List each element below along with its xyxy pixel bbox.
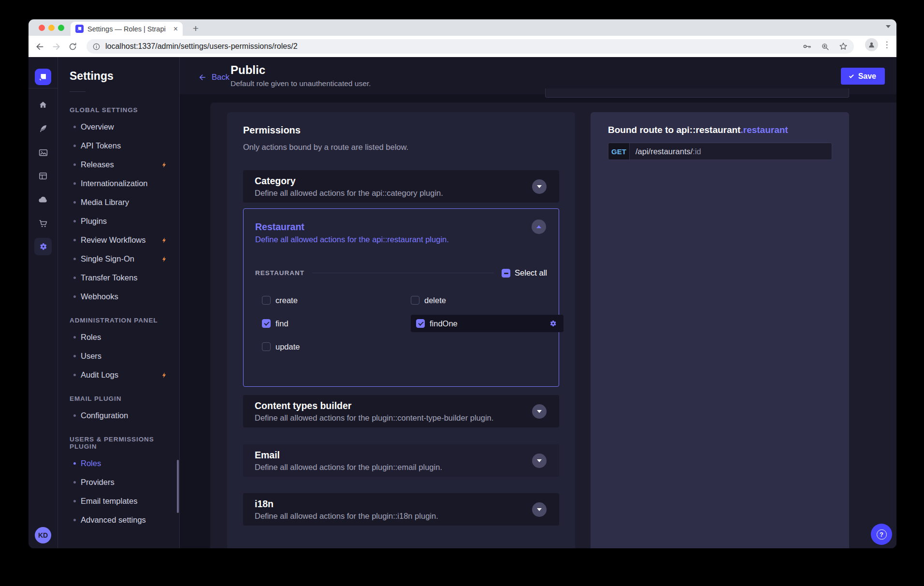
traffic-close-button[interactable]	[39, 25, 45, 31]
sidebar-item-transfer-tokens[interactable]: Transfer Tokens	[58, 268, 179, 287]
permissions-panel: Permissions Only actions bound by a rout…	[227, 112, 575, 548]
action-delete[interactable]: delete	[411, 296, 446, 305]
bound-route-title: Bound route to api::restaurant.restauran…	[608, 125, 832, 135]
select-all-control[interactable]: Select all	[502, 268, 547, 278]
home-icon[interactable]	[34, 96, 52, 114]
settings-gear-icon[interactable]	[34, 238, 52, 255]
strapi-favicon	[75, 25, 84, 33]
chevron-down-icon[interactable]	[532, 179, 547, 194]
page-subtitle: Default role given to unauthenticated us…	[231, 79, 371, 88]
sidebar-item-email-templates[interactable]: Email templates	[58, 492, 179, 511]
bullet-icon	[73, 414, 76, 417]
forward-icon[interactable]	[48, 38, 64, 55]
back-link[interactable]: Back	[198, 73, 230, 82]
role-form-input-bottom	[545, 88, 849, 98]
action-find[interactable]: find	[262, 319, 289, 328]
settings-sidebar: Settings GLOBAL SETTINGS Overview API To…	[58, 57, 180, 548]
sidebar-item-advanced-settings[interactable]: Advanced settings	[58, 511, 179, 529]
url-text: localhost:1337/admin/settings/users-perm…	[105, 42, 298, 51]
sidebar-item-admin-roles[interactable]: Roles	[58, 328, 179, 347]
site-info-icon[interactable]	[92, 43, 101, 51]
bullet-icon	[73, 500, 76, 502]
new-tab-button[interactable]: +	[189, 22, 202, 35]
sidebar-item-media-library[interactable]: Media Library	[58, 193, 179, 212]
bullet-icon	[73, 220, 76, 222]
save-button[interactable]: Save	[841, 68, 885, 85]
sidebar-item-api-tokens[interactable]: API Tokens	[58, 136, 179, 155]
url-bar[interactable]: localhost:1337/admin/settings/users-perm…	[87, 39, 854, 54]
content-manager-feather-icon[interactable]	[34, 120, 52, 137]
bullet-icon	[73, 145, 76, 147]
actions-grid: create delete find findOne	[244, 289, 559, 358]
marketplace-cart-icon[interactable]	[34, 215, 52, 232]
create-checkbox[interactable]	[262, 296, 271, 305]
deploy-cloud-icon[interactable]	[34, 191, 52, 208]
sidebar-title: Settings	[70, 70, 179, 83]
lightning-badge-icon	[161, 256, 168, 263]
question-mark-icon: ?	[877, 529, 887, 540]
chevron-down-icon[interactable]	[532, 502, 547, 517]
sidebar-title-divider	[70, 91, 86, 92]
sidebar-item-review-workflows[interactable]: Review Workflows	[58, 231, 179, 249]
bullet-icon	[73, 336, 76, 338]
bookmark-star-icon[interactable]	[838, 42, 848, 51]
traffic-minimize-button[interactable]	[48, 25, 55, 31]
page-title: Public	[231, 63, 371, 77]
sidebar-item-webhooks[interactable]: Webhooks	[58, 287, 179, 306]
chevron-up-icon[interactable]	[532, 220, 546, 234]
accordion-email[interactable]: Email Define all allowed actions for the…	[243, 444, 559, 477]
section-users-permissions-plugin: USERS & PERMISSIONS PLUGIN	[70, 436, 179, 450]
accordion-category[interactable]: Category Define all allowed actions for …	[243, 170, 559, 203]
sidebar-item-providers[interactable]: Providers	[58, 473, 179, 492]
sidebar-item-audit-logs[interactable]: Audit Logs	[58, 366, 179, 384]
chevron-down-icon[interactable]	[532, 404, 547, 419]
action-findone-selected-row[interactable]: findOne	[411, 315, 563, 332]
sidebar-item-configuration[interactable]: Configuration	[58, 406, 179, 425]
section-administration-panel: ADMINISTRATION PANEL	[70, 317, 179, 324]
find-checkbox[interactable]	[262, 319, 271, 328]
sidebar-item-releases[interactable]: Releases	[58, 155, 179, 174]
tab-search-chevron-icon[interactable]	[886, 25, 891, 28]
action-create[interactable]: create	[262, 296, 298, 305]
chrome-profile-avatar[interactable]	[865, 38, 878, 51]
zoom-in-icon[interactable]	[821, 42, 830, 51]
password-key-icon[interactable]	[802, 42, 812, 51]
bullet-icon	[73, 519, 76, 521]
settings-cog-icon[interactable]	[549, 319, 557, 328]
scroll-area: Permissions Only actions bound by a rout…	[180, 94, 896, 548]
sidebar-item-overview[interactable]: Overview	[58, 117, 179, 136]
tab-title: Settings — Roles | Strapi	[87, 25, 170, 33]
sidebar-item-internationalization[interactable]: Internationalization	[58, 174, 179, 193]
traffic-zoom-button[interactable]	[58, 25, 64, 31]
sidebar-item-up-roles[interactable]: Roles	[58, 454, 179, 473]
findone-checkbox[interactable]	[416, 319, 425, 328]
select-all-checkbox[interactable]	[502, 269, 510, 278]
sidebar-item-admin-users[interactable]: Users	[58, 347, 179, 366]
sidebar-scrollbar[interactable]	[177, 460, 179, 513]
action-update[interactable]: update	[262, 342, 300, 352]
bound-route-panel: Bound route to api::restaurant.restauran…	[591, 112, 849, 548]
lightning-badge-icon	[161, 372, 168, 379]
accordion-restaurant-header[interactable]: Restaurant Define all allowed actions fo…	[244, 209, 559, 244]
sidebar-item-single-sign-on[interactable]: Single Sign-On	[58, 249, 179, 268]
chevron-down-icon[interactable]	[532, 454, 547, 468]
user-avatar[interactable]: KD	[35, 527, 51, 543]
update-checkbox[interactable]	[262, 342, 271, 351]
delete-checkbox[interactable]	[411, 296, 419, 305]
help-button[interactable]: ?	[871, 524, 892, 545]
strapi-logo[interactable]	[35, 69, 51, 85]
content-type-builder-icon[interactable]	[34, 167, 52, 185]
back-icon[interactable]	[31, 38, 48, 55]
lightning-badge-icon	[161, 237, 168, 244]
lightning-badge-icon	[161, 161, 168, 168]
tab-close-icon[interactable]: ×	[173, 25, 178, 33]
media-library-icon[interactable]	[34, 144, 52, 161]
permissions-title: Permissions	[243, 125, 559, 136]
browser-tab[interactable]: Settings — Roles | Strapi ×	[71, 22, 183, 36]
reload-icon[interactable]	[64, 38, 81, 55]
bullet-icon	[73, 374, 76, 376]
accordion-content-types-builder[interactable]: Content types builder Define all allowed…	[243, 395, 559, 427]
accordion-i18n[interactable]: i18n Define all allowed actions for the …	[243, 493, 559, 526]
sidebar-item-plugins[interactable]: Plugins	[58, 212, 179, 231]
chrome-menu-icon[interactable]: ⋮	[881, 40, 893, 50]
